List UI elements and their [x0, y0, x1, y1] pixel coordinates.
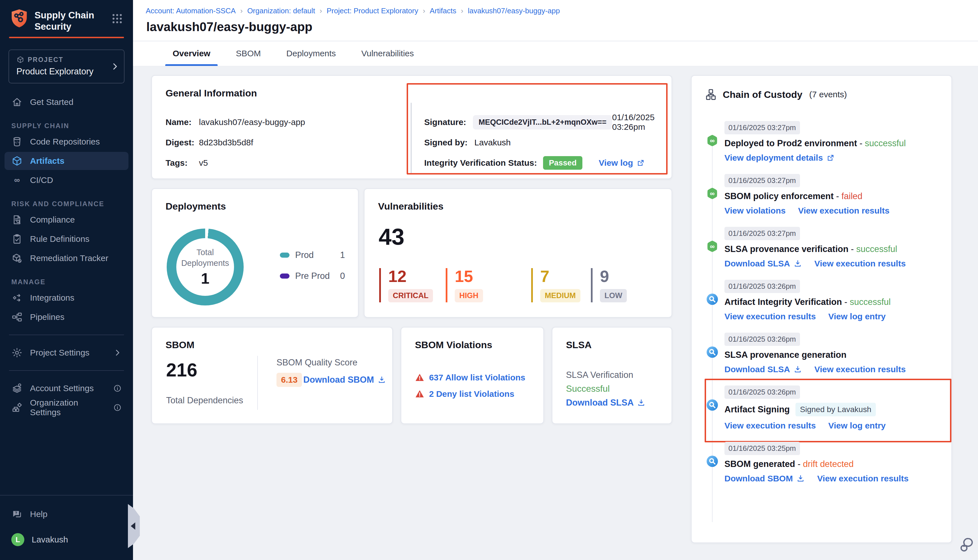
- project-selector-label: PROJECT: [28, 56, 63, 63]
- violation-link[interactable]: 2 Deny list Violations: [429, 389, 514, 399]
- sidebar-item-label: Project Settings: [30, 348, 89, 357]
- field-value: lavakush07/easy-buggy-app: [199, 117, 305, 127]
- severity-badge: HIGH: [455, 289, 483, 302]
- download-slsa-link[interactable]: Download SLSA: [566, 398, 646, 408]
- account-settings-icon: [11, 383, 23, 394]
- svg-text:∞: ∞: [14, 175, 20, 184]
- sidebar: Supply Chain Security PROJECT Product Ex…: [0, 0, 133, 560]
- violation-row: 637 Allow list Violations: [415, 373, 525, 382]
- scan-search-icon: [706, 398, 719, 412]
- svg-text:∞: ∞: [710, 190, 714, 197]
- event-link-view-violations[interactable]: View violations: [724, 206, 786, 215]
- event-timestamp: 01/16/2025 03:26pm: [724, 385, 800, 399]
- violation-link[interactable]: 637 Allow list Violations: [429, 373, 525, 382]
- event-link-view-log-entry[interactable]: View log entry: [828, 312, 886, 321]
- field-label: Name:: [165, 117, 199, 127]
- event-link-view-deployment-details[interactable]: View deployment details: [724, 153, 835, 163]
- event-title: Artifact Integrity Verification - succes…: [724, 297, 938, 307]
- external-link-icon: [826, 153, 835, 162]
- code-repository-icon: </>: [11, 136, 23, 147]
- sidebar-item-help[interactable]: ? Help: [5, 505, 129, 523]
- main-area: Account: Automation-SSCA›Organization: d…: [133, 0, 978, 560]
- timeline-event-slsa-provenance-generation: 01/16/2025 03:26pmSLSA provenance genera…: [705, 333, 938, 374]
- sbom-title: SBOM: [165, 339, 194, 350]
- event-link-view-execution-results[interactable]: View execution results: [817, 474, 909, 483]
- legend-value: 1: [340, 250, 345, 260]
- sidebar-item-project-settings[interactable]: Project Settings: [5, 343, 129, 362]
- signature-scrollbar[interactable]: [411, 103, 412, 173]
- tab-deployments[interactable]: Deployments: [279, 41, 343, 66]
- info-icon: [113, 403, 122, 412]
- sidebar-item-rule-definitions[interactable]: Rule Definitions: [5, 230, 129, 248]
- event-title: SLSA provenance generation: [724, 350, 938, 360]
- breadcrumb-link[interactable]: Artifacts: [430, 7, 456, 15]
- event-link-view-execution-results[interactable]: View execution results: [798, 206, 890, 215]
- event-link-view-execution-results[interactable]: View execution results: [814, 365, 906, 374]
- sidebar-user-menu[interactable]: L Lavakush: [5, 531, 129, 549]
- sidebar-item-account-settings[interactable]: Account Settings: [5, 379, 129, 397]
- sbom-violations-title: SBOM Violations: [415, 339, 492, 350]
- legend-label: Pre Prod: [295, 271, 330, 281]
- sidebar-item-remediation-tracker[interactable]: Remediation Tracker: [5, 249, 129, 267]
- breadcrumb-link[interactable]: Organization: default: [247, 7, 315, 15]
- breadcrumb-link[interactable]: Account: Automation-SSCA: [146, 7, 236, 15]
- legend-item-pre-prod: Pre Prod0: [280, 271, 345, 281]
- view-log-link[interactable]: View log: [599, 158, 659, 168]
- sidebar-item-artifacts[interactable]: Artifacts: [5, 152, 129, 170]
- vulnerabilities-title: Vulnerabilities: [378, 201, 444, 212]
- warning-triangle-icon: [415, 389, 424, 399]
- event-link-view-execution-results[interactable]: View execution results: [724, 421, 816, 430]
- event-status: successful: [850, 297, 891, 307]
- event-link-download-sbom[interactable]: Download SBOM: [724, 474, 805, 483]
- download-sbom-link[interactable]: Download SBOM: [303, 375, 386, 385]
- download-slsa-label: Download SLSA: [566, 398, 634, 408]
- project-selector[interactable]: PROJECT Product Exploratory: [8, 50, 125, 83]
- app-title: Supply Chain Security: [35, 10, 97, 32]
- support-chat-icon[interactable]: [958, 536, 975, 553]
- event-links: View deployment details: [724, 153, 938, 163]
- sidebar-item-pipelines[interactable]: Pipelines: [5, 308, 129, 326]
- breadcrumb-link[interactable]: lavakush07/easy-buggy-app: [468, 7, 560, 15]
- event-timestamp: 01/16/2025 03:26pm: [724, 333, 800, 346]
- tab-overview[interactable]: Overview: [165, 41, 218, 66]
- event-link-view-log-entry[interactable]: View log entry: [828, 421, 886, 430]
- sidebar-item-ci-cd[interactable]: ∞CI/CD: [5, 171, 129, 189]
- sidebar-item-compliance[interactable]: Compliance: [5, 211, 129, 229]
- signature-timestamp: 01/16/2025 03:26pm: [612, 113, 665, 132]
- sidebar-item-code-repositories[interactable]: </>Code Repositories: [5, 133, 129, 151]
- page-header: Account: Automation-SSCA›Organization: d…: [133, 0, 978, 41]
- slsa-verification-status: Successful: [566, 383, 610, 394]
- sidebar-item-organization-settings[interactable]: Organization Settings: [5, 398, 129, 417]
- timeline-event-sbom-policy-enforcement: ∞01/16/2025 03:27pmSBOM policy enforceme…: [705, 174, 938, 215]
- breadcrumb-link[interactable]: Project: Product Exploratory: [327, 7, 418, 15]
- download-icon: [377, 376, 386, 384]
- download-icon: [796, 474, 805, 483]
- event-timestamp: 01/16/2025 03:26pm: [724, 280, 800, 293]
- user-name: Lavakush: [32, 535, 68, 545]
- app-switcher-grid-icon[interactable]: [111, 12, 124, 25]
- severity-low: 9LOW: [591, 268, 653, 302]
- event-link-view-execution-results[interactable]: View execution results: [724, 312, 816, 321]
- breadcrumb-separator: ›: [461, 7, 464, 15]
- scan-search-icon: [706, 293, 719, 306]
- sidebar-item-get-started[interactable]: Get Started: [5, 93, 129, 111]
- sidebar-item-integrations[interactable]: Integrations: [5, 289, 129, 307]
- event-link-download-slsa[interactable]: Download SLSA: [724, 365, 802, 374]
- event-title: SLSA provenance verification - successfu…: [724, 244, 938, 254]
- download-icon: [793, 259, 802, 268]
- event-link-view-execution-results[interactable]: View execution results: [814, 259, 906, 268]
- tab-sbom[interactable]: SBOM: [229, 41, 268, 66]
- integrations-icon: [11, 292, 23, 303]
- signature-row: Signature: MEQCICde2VjIT...bL+2+mqnOXw==…: [424, 112, 659, 132]
- event-timestamp: 01/16/2025 03:25pm: [724, 442, 800, 455]
- nav-section-label: SUPPLY CHAIN: [0, 122, 133, 130]
- chevron-right-icon: [113, 348, 122, 357]
- tab-vulnerabilities[interactable]: Vulnerabilities: [354, 41, 421, 66]
- event-links: Download SLSAView execution results: [724, 365, 938, 374]
- general-information-fields: Name: lavakush07/easy-buggy-app Digest: …: [165, 112, 305, 173]
- severity-medium: 7MEDIUM: [531, 268, 591, 302]
- nav-divider: [9, 335, 124, 335]
- deployments-card: Deployments Total Deployments 1 Prod1Pre…: [152, 188, 359, 318]
- event-link-download-slsa[interactable]: Download SLSA: [724, 259, 802, 268]
- artifacts-cube-icon: [11, 155, 23, 167]
